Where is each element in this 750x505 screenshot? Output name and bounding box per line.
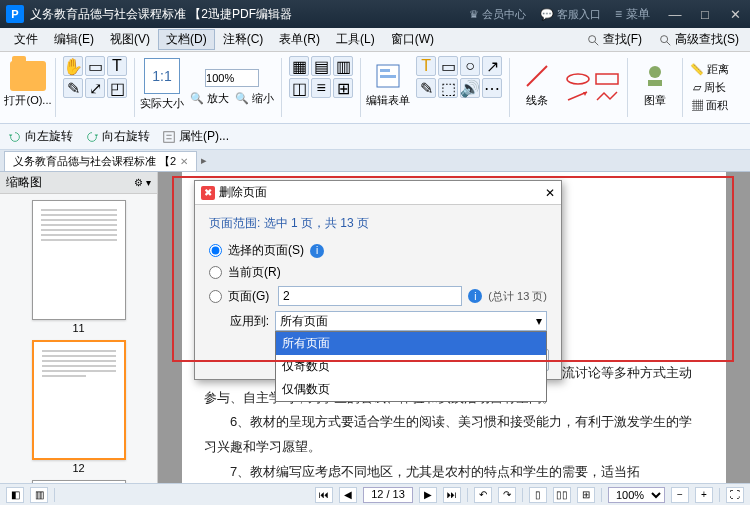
properties-button[interactable]: 属性(P)... <box>162 128 229 145</box>
menu-file[interactable]: 文件 <box>6 29 46 50</box>
menu-window[interactable]: 窗口(W) <box>383 29 442 50</box>
dropdown-option[interactable]: 所有页面 <box>276 332 546 355</box>
tool-button[interactable]: ▭ <box>438 56 458 76</box>
sb-button[interactable]: ↷ <box>498 487 516 503</box>
measure-distance-button[interactable]: 📏 距离 <box>690 62 729 77</box>
thumbnail[interactable]: 11 <box>32 200 126 334</box>
rotate-right-button[interactable]: 向右旋转 <box>85 128 150 145</box>
page-indicator[interactable]: 12 / 13 <box>363 487 413 503</box>
ribbon-toolbar: 打开(O)... ✋ ▭ T ✎ ⤢ ◰ 1:1 实际大小 🔍 放大 🔍 缩小 … <box>0 52 750 124</box>
zoom-in-button[interactable]: 🔍 放大 <box>190 91 229 106</box>
radio-pages-label: 页面(G) <box>228 288 272 305</box>
arrow-shape-button[interactable] <box>565 89 591 103</box>
sb-layout-button[interactable]: ▯▯ <box>553 487 571 503</box>
sb-layout-button[interactable]: ▯ <box>529 487 547 503</box>
delete-pages-dialog: ✖删除页面 ✕ 页面范围: 选中 1 页，共 13 页 选择的页面(S) i 当… <box>194 180 562 380</box>
svg-marker-14 <box>9 134 13 137</box>
sb-button[interactable]: ⛶ <box>726 487 744 503</box>
tool-button[interactable]: T <box>107 56 127 76</box>
document-tab[interactable]: 义务教育品德与社会课程标准 【2 ✕ <box>4 151 197 171</box>
minimize-button[interactable]: — <box>660 0 690 28</box>
radio-page-range[interactable] <box>209 290 222 303</box>
tool-button[interactable]: ↗ <box>482 56 502 76</box>
tool-button[interactable]: ▭ <box>85 56 105 76</box>
menu-edit[interactable]: 编辑(E) <box>46 29 102 50</box>
line-tool-button[interactable]: 线条 <box>517 56 557 112</box>
menu-comment[interactable]: 注释(C) <box>215 29 272 50</box>
document-viewport[interactable]: 程内容……………………………帮助学 ……………………………………信心的建立 ……… <box>158 172 750 483</box>
first-page-button[interactable]: ⏮ <box>315 487 333 503</box>
zoom-combobox[interactable] <box>205 69 259 87</box>
page-range-label: 页面范围: 选中 1 页，共 13 页 <box>209 215 547 232</box>
tool-button[interactable]: ⤢ <box>85 78 105 98</box>
tool-button[interactable]: ▥ <box>333 56 353 76</box>
polyline-shape-button[interactable] <box>594 89 620 103</box>
dialog-close-button[interactable]: ✕ <box>545 186 555 200</box>
dropdown-option[interactable]: 仅奇数页 <box>276 355 546 378</box>
panel-options-button[interactable]: ⚙ ▾ <box>134 177 151 188</box>
tab-close-button[interactable]: ✕ <box>180 156 188 167</box>
info-icon[interactable]: i <box>310 244 324 258</box>
tool-button[interactable]: ⬚ <box>438 78 458 98</box>
menu-document[interactable]: 文档(D) <box>158 29 215 50</box>
svg-point-0 <box>588 35 595 42</box>
zoom-out-button[interactable]: 🔍 缩小 <box>235 91 274 106</box>
measure-area-button[interactable]: ▦ 面积 <box>692 98 728 113</box>
thumbnail[interactable]: 12 <box>32 340 126 474</box>
menu-view[interactable]: 视图(V) <box>102 29 158 50</box>
tool-button[interactable]: ≡ <box>311 78 331 98</box>
tool-button[interactable]: 🔊 <box>460 78 480 98</box>
measure-perimeter-button[interactable]: ▱ 周长 <box>693 80 726 95</box>
tool-button[interactable]: ◫ <box>289 78 309 98</box>
open-button[interactable]: 打开(O)... <box>8 56 48 112</box>
oval-shape-button[interactable] <box>565 72 591 86</box>
tool-button[interactable]: ✋ <box>63 56 83 76</box>
rotate-left-button[interactable]: 向左旋转 <box>8 128 73 145</box>
thumbnail[interactable]: 13 <box>32 480 126 483</box>
prev-page-button[interactable]: ◀ <box>339 487 357 503</box>
actual-size-button[interactable]: 1:1 实际大小 <box>142 56 182 112</box>
maximize-button[interactable]: □ <box>690 0 720 28</box>
tool-button[interactable]: ✎ <box>63 78 83 98</box>
apply-to-select[interactable]: 所有页面▾ <box>275 311 547 331</box>
menu-tools[interactable]: 工具(L) <box>328 29 383 50</box>
tool-button[interactable]: ▤ <box>311 56 331 76</box>
radio-current-page[interactable] <box>209 266 222 279</box>
tool-button[interactable]: ○ <box>460 56 480 76</box>
info-icon[interactable]: i <box>468 289 482 303</box>
last-page-button[interactable]: ⏭ <box>443 487 461 503</box>
zoom-select[interactable]: 100% <box>608 487 665 503</box>
menu-form[interactable]: 表单(R) <box>271 29 328 50</box>
dropdown-option[interactable]: 仅偶数页 <box>276 378 546 401</box>
close-button[interactable]: ✕ <box>720 0 750 28</box>
rect-shape-button[interactable] <box>594 72 620 86</box>
main-menu-button[interactable]: ≡菜单 <box>615 6 650 23</box>
workspace: 缩略图 ⚙ ▾ 11 12 13 程内容……………………………帮助学 ……………… <box>0 172 750 483</box>
vip-link[interactable]: ♛ 会员中心 <box>469 7 526 22</box>
tool-button[interactable]: ✎ <box>416 78 436 98</box>
stamp-button[interactable]: 图章 <box>635 56 675 112</box>
radio-selected-pages[interactable] <box>209 244 222 257</box>
search-icon <box>586 33 600 47</box>
zoom-in-button[interactable]: + <box>695 487 713 503</box>
page-range-input[interactable] <box>278 286 462 306</box>
next-page-button[interactable]: ▶ <box>419 487 437 503</box>
tool-button[interactable]: ⋯ <box>482 78 502 98</box>
sb-layout-button[interactable]: ⊞ <box>577 487 595 503</box>
radio-current-label: 当前页(R) <box>228 264 281 281</box>
sb-button[interactable]: ↶ <box>474 487 492 503</box>
edit-form-button[interactable]: 编辑表单 <box>368 56 408 112</box>
support-link[interactable]: 💬 客服入口 <box>540 7 601 22</box>
tool-button[interactable]: ⊞ <box>333 78 353 98</box>
find-button[interactable]: 查找(F) <box>581 29 647 50</box>
tab-add-button[interactable]: ▸ <box>201 154 207 167</box>
svg-rect-16 <box>164 131 175 142</box>
tool-button[interactable]: ▦ <box>289 56 309 76</box>
zoom-out-button[interactable]: − <box>671 487 689 503</box>
tool-button[interactable]: ◰ <box>107 78 127 98</box>
tool-button[interactable]: T <box>416 56 436 76</box>
advanced-find-button[interactable]: 高级查找(S) <box>653 29 744 50</box>
sb-button[interactable]: ◧ <box>6 487 24 503</box>
quick-toolbar: 向左旋转 向右旋转 属性(P)... <box>0 124 750 150</box>
sb-button[interactable]: ▥ <box>30 487 48 503</box>
